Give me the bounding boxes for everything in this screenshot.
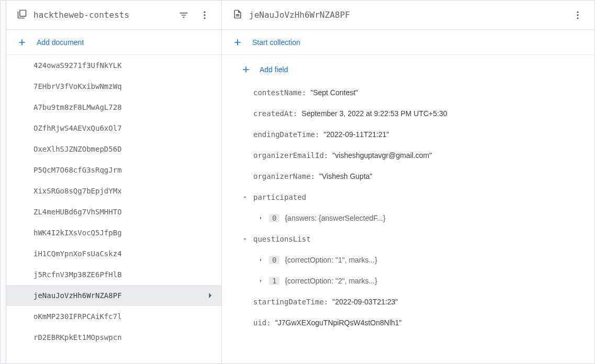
expand-toggle-down-icon[interactable] — [222, 194, 253, 200]
document-id: jeNauJoVzHh6WrNZA8PF — [33, 291, 122, 300]
expand-toggle-down-icon[interactable] — [222, 236, 253, 242]
document-list-item[interactable]: oKmMP230IFRPCAiKfc7l — [6, 306, 221, 327]
document-list-item[interactable]: XixSRGo8sQg7bEpjdYMx — [6, 180, 221, 201]
overflow-menu-icon[interactable] — [194, 5, 215, 26]
document-list-item[interactable]: jeNauJoVzHh6WrNZA8PF — [6, 285, 221, 306]
document-icon — [232, 9, 243, 21]
filter-icon[interactable] — [173, 5, 194, 26]
field-createdat[interactable]: createdAt: September 3, 2022 at 9:22:53 … — [222, 103, 594, 124]
firestore-panels: hacktheweb-contests Add document 424owaS… — [0, 0, 595, 364]
document-id: rD2EBRKpkEt1MOpswpcn — [33, 333, 122, 342]
svg-point-2 — [204, 17, 205, 19]
document-overflow-menu-icon[interactable] — [567, 5, 588, 26]
field-uid[interactable]: uid: "J7GwXEXoguTNpiRQsW4stOn8Nlh1" — [222, 312, 594, 333]
document-list-item[interactable]: hWK4I2kIXsVocQ5JfpBg — [6, 222, 221, 243]
left-gutter — [1, 1, 6, 363]
field-organizername[interactable]: organizerName: "Vishesh Gupta" — [222, 166, 594, 187]
add-field-label: Add field — [260, 65, 288, 74]
document-id: OZfhRjwS4AEVxQu6xOl7 — [33, 124, 122, 132]
expand-toggle-right-icon[interactable] — [222, 215, 269, 221]
document-id: OxeXlhSJZNZObmepD56D — [33, 145, 122, 153]
document-header: jeNauJoVzHh6WrNZA8PF — [222, 1, 594, 30]
document-list-item[interactable]: iH1CQmYpnXoFsUaCskz4 — [6, 243, 221, 264]
document-id: hWK4I2kIXsVocQ5JfpBg — [33, 229, 122, 237]
start-collection-label: Start collection — [252, 38, 300, 47]
document-list-item[interactable]: OxeXlhSJZNZObmepD56D — [6, 139, 221, 160]
document-id: ZL4meHUBd6g7VhSMHHTO — [33, 208, 122, 216]
document-id: oKmMP230IFRPCAiKfc7l — [33, 312, 122, 321]
start-collection-button[interactable]: Start collection — [222, 30, 594, 55]
add-document-button[interactable]: Add document — [6, 30, 221, 55]
document-id: P5QcM7O68cfG3sRqgJrm — [33, 166, 122, 174]
field-questionslist[interactable]: questionsList — [222, 229, 594, 249]
collection-icon — [17, 9, 27, 21]
field-endingdatetime[interactable]: endingDateTime: "2022-09-11T21:21" — [222, 124, 594, 145]
document-title: jeNauJoVzHh6WrNZA8PF — [249, 10, 567, 20]
add-document-label: Add document — [37, 38, 84, 47]
add-field-button[interactable]: Add field — [222, 57, 594, 82]
collection-header: hacktheweb-contests — [6, 1, 221, 30]
document-list-item[interactable]: A7bu9tm8zF8LMwAgL728 — [6, 97, 221, 118]
document-list-item[interactable]: 7EHbrV3fVoKxibwNmzWq — [6, 76, 221, 97]
document-list[interactable]: 424owaS9271f3UfNkYLK7EHbrV3fVoKxibwNmzWq… — [6, 55, 221, 363]
svg-point-0 — [204, 11, 205, 13]
collection-title: hacktheweb-contests — [33, 10, 173, 20]
document-id: j5RcfnV3Mp38ZE6PfHlB — [33, 270, 122, 279]
expand-toggle-right-icon[interactable] — [222, 278, 269, 284]
svg-point-4 — [577, 14, 578, 16]
document-id: XixSRGo8sQg7bEpjdYMx — [33, 187, 122, 195]
field-participated[interactable]: participated — [222, 187, 594, 208]
field-startingdatetime[interactable]: startingDateTime: "2022-09-03T21:23" — [222, 291, 594, 312]
document-panel: jeNauJoVzHh6WrNZA8PF Start collection Ad… — [222, 1, 594, 363]
field-contestname[interactable]: contestName: "Sept Contest" — [222, 82, 594, 103]
document-list-item[interactable]: rD2EBRKpkEt1MOpswpcn — [6, 327, 221, 348]
document-id: A7bu9tm8zF8LMwAgL728 — [33, 103, 122, 111]
collection-panel: hacktheweb-contests Add document 424owaS… — [6, 1, 222, 363]
document-id: iH1CQmYpnXoFsUaCskz4 — [33, 249, 122, 258]
document-list-item[interactable]: OZfhRjwS4AEVxQu6xOl7 — [6, 118, 221, 139]
svg-point-1 — [204, 14, 205, 16]
document-list-item[interactable]: j5RcfnV3Mp38ZE6PfHlB — [6, 264, 221, 285]
document-list-item[interactable]: ZL4meHUBd6g7VhSMHHTO — [6, 201, 221, 222]
document-id: 7EHbrV3fVoKxibwNmzWq — [33, 82, 122, 90]
field-questionslist-0[interactable]: 0 {correctOption: "1", marks...} — [222, 249, 594, 270]
svg-point-5 — [577, 17, 578, 19]
field-questionslist-1[interactable]: 1 {correctOption: "2", marks...} — [222, 270, 594, 291]
document-list-item[interactable]: 424owaS9271f3UfNkYLK — [6, 55, 221, 76]
fields-area: Add field contestName: "Sept Contest" cr… — [222, 55, 594, 363]
document-list-item[interactable]: P5QcM7O68cfG3sRqgJrm — [6, 160, 221, 180]
document-id: 424owaS9271f3UfNkYLK — [33, 61, 122, 70]
field-organizeremail[interactable]: organizerEmailId: "visheshguptavgr@gmail… — [222, 145, 594, 166]
svg-point-3 — [577, 11, 578, 13]
field-participated-0[interactable]: 0 {answers: {answerSelectedF...} — [222, 208, 594, 229]
expand-toggle-right-icon[interactable] — [222, 257, 269, 263]
chevron-right-icon — [205, 290, 215, 301]
